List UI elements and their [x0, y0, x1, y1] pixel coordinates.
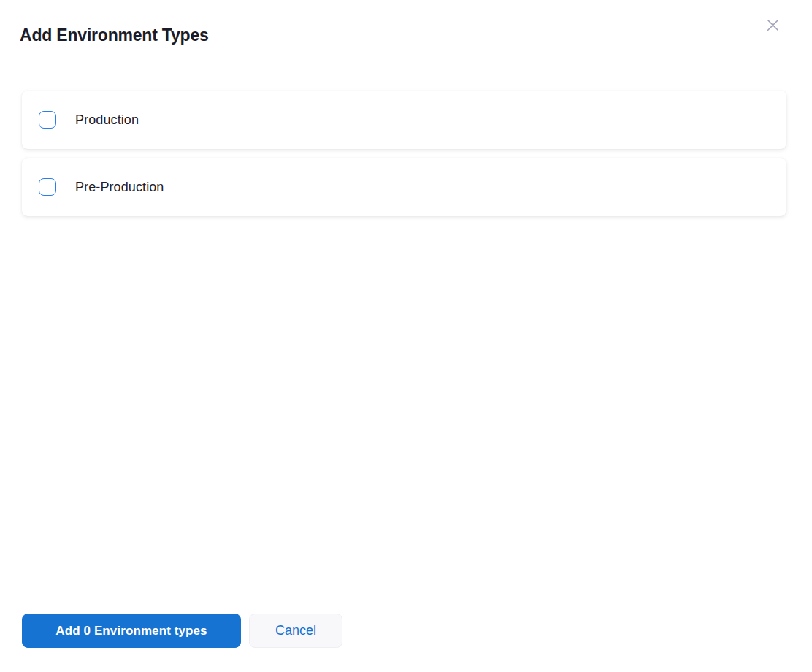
list-item-pre-production[interactable]: Pre-Production — [22, 158, 786, 216]
list-item-production[interactable]: Production — [22, 91, 786, 149]
page-title: Add Environment Types — [20, 22, 792, 48]
pre-production-checkbox[interactable] — [39, 178, 56, 196]
add-environment-types-button[interactable]: Add 0 Environment types — [22, 614, 241, 648]
pre-production-label: Pre-Production — [75, 180, 164, 195]
close-icon — [764, 16, 782, 34]
cancel-button[interactable]: Cancel — [249, 614, 342, 648]
modal-footer: Add 0 Environment types Cancel — [22, 614, 342, 648]
environment-type-list: Production Pre-Production — [22, 91, 786, 216]
production-checkbox[interactable] — [39, 111, 56, 129]
modal-header: Add Environment Types — [20, 22, 792, 48]
close-button[interactable] — [762, 15, 783, 35]
production-label: Production — [75, 112, 139, 128]
